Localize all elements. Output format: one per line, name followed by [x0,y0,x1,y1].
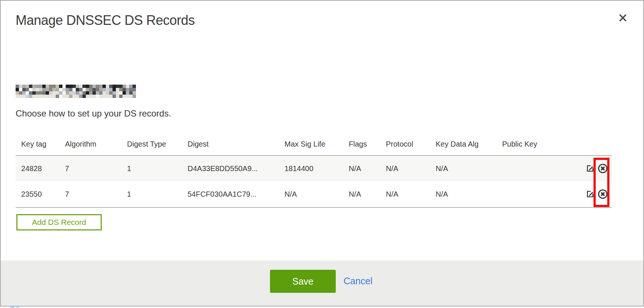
cell-key-tag: 23550 [16,181,65,207]
add-ds-record-button[interactable]: Add DS Record [16,214,102,230]
delete-icon[interactable] [598,163,608,174]
col-header-public-key: Public Key [502,137,565,155]
cell-algorithm: 7 [65,181,127,207]
cancel-link[interactable]: Cancel [344,276,373,286]
instruction-text: Choose how to set up your DS records. [16,108,171,119]
background-page-fragment [16,307,19,308]
edit-icon[interactable] [586,164,594,173]
col-header-actions [565,137,612,155]
close-icon[interactable] [617,12,628,23]
page-title: Manage DNSSEC DS Records [16,13,195,28]
cell-key-data-alg: N/A [436,181,502,207]
col-header-key-tag: Key tag [16,137,65,155]
cell-digest: 54FCF030AA1C79... [188,181,284,207]
table-header-row: Key tag Algorithm Digest Type Digest Max… [16,137,612,155]
table-row: 24828 7 1 D4A33E8DD550A9... 1814400 N/A … [16,155,612,181]
cell-protocol: N/A [386,181,436,207]
col-header-key-data-alg: Key Data Alg [436,137,502,155]
cell-digest-type: 1 [127,181,188,207]
cell-digest-type: 1 [127,155,188,181]
cell-flags: N/A [349,155,386,181]
save-button[interactable]: Save [270,270,336,293]
col-header-max-sig-life: Max Sig Life [284,137,349,155]
delete-icon[interactable] [598,189,608,199]
cell-flags: N/A [349,181,386,207]
modal-footer: Save Cancel [1,261,643,306]
ds-records-table: Key tag Algorithm Digest Type Digest Max… [16,137,612,208]
col-header-digest-type: Digest Type [127,137,188,155]
col-header-algorithm: Algorithm [65,137,127,155]
row-actions [565,181,612,207]
cell-max-sig-life: N/A [284,181,349,207]
col-header-protocol: Protocol [386,137,436,155]
close-icon-glyph [618,13,628,23]
cell-key-data-alg: N/A [436,155,502,181]
row-actions [565,155,612,181]
col-header-digest: Digest [188,137,284,155]
cell-algorithm: 7 [65,155,127,181]
cell-digest: D4A33E8DD550A9... [188,155,284,181]
background-page-fragment [10,307,14,308]
cell-max-sig-life: 1814400 [284,155,349,181]
col-header-flags: Flags [349,137,386,155]
cell-public-key [502,181,565,207]
cell-public-key [502,155,565,181]
cell-protocol: N/A [386,155,436,181]
table-row: 23550 7 1 54FCF030AA1C79... N/A N/A N/A … [16,181,612,207]
redacted-domain-name [16,85,136,98]
cell-key-tag: 24828 [16,155,65,181]
edit-icon[interactable] [586,190,594,198]
dnssec-modal: Manage DNSSEC DS Records Choose how to s… [0,0,644,307]
